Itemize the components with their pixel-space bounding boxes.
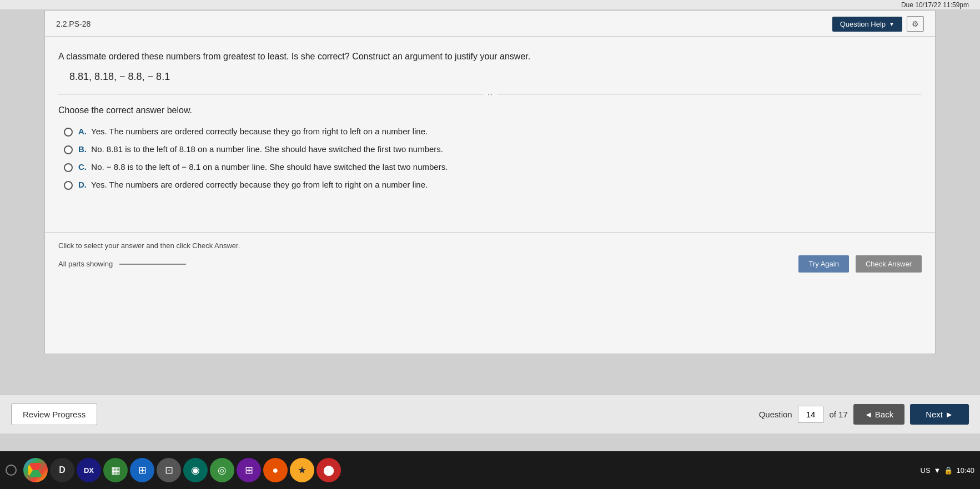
review-progress-button[interactable]: Review Progress xyxy=(11,404,97,425)
settings-button[interactable]: ⚙ xyxy=(907,16,924,32)
option-b[interactable]: B. No. 8.81 is to the left of 8.18 on a … xyxy=(64,144,922,154)
gray-app-icon[interactable]: ⊡ xyxy=(157,458,181,482)
numbers-display: 8.81, 8.18, − 8.8, − 8.1 xyxy=(69,71,922,83)
current-question-number: 14 xyxy=(798,406,824,423)
radio-d[interactable] xyxy=(64,181,73,190)
check-answer-button[interactable]: Check Answer xyxy=(856,255,922,273)
all-parts-label: All parts showing xyxy=(58,260,113,268)
click-instruction: Click to select your answer and then cli… xyxy=(58,241,922,250)
due-date: Due 10/17/22 11:59pm xyxy=(901,1,969,9)
option-d[interactable]: D. Yes. The numbers are ordered correctl… xyxy=(64,180,922,190)
dropdown-arrow-icon: ▼ xyxy=(889,21,894,27)
orange-app-icon[interactable]: ● xyxy=(263,458,288,482)
choose-label: Choose the correct answer below. xyxy=(58,105,922,115)
question-help-button[interactable]: Question Help ▼ xyxy=(832,17,902,32)
parts-showing: All parts showing xyxy=(58,260,186,268)
option-c-letter: C. xyxy=(78,162,87,172)
option-b-letter: B. xyxy=(78,144,87,154)
parts-line xyxy=(119,264,186,265)
option-b-text: B. No. 8.81 is to the left of 8.18 on a … xyxy=(78,144,443,154)
taskbar-circle xyxy=(6,465,17,476)
red-app-icon[interactable]: ⬤ xyxy=(316,458,341,482)
question-label: Question xyxy=(759,410,792,419)
radio-c[interactable] xyxy=(64,163,73,172)
yellow-app-icon[interactable]: ★ xyxy=(290,458,314,482)
option-d-letter: D. xyxy=(78,180,87,189)
taskbar-right: US ▼ 🔒 10:40 xyxy=(921,466,974,475)
chrome-icon[interactable] xyxy=(23,458,48,482)
divider: ··· xyxy=(58,94,922,94)
clock: 10:40 xyxy=(956,466,974,475)
dx-icon[interactable]: DX xyxy=(77,458,101,482)
option-a[interactable]: A. Yes. The numbers are ordered correctl… xyxy=(64,127,922,137)
option-d-text: D. Yes. The numbers are ordered correctl… xyxy=(78,180,428,189)
divider-dots: ··· xyxy=(483,91,497,98)
option-c-text: C. No. − 8.8 is to the left of − 8.1 on … xyxy=(78,162,448,172)
top-bar: Due 10/17/22 11:59pm xyxy=(0,0,980,10)
teal-app-icon[interactable]: ◉ xyxy=(183,458,208,482)
question-text: A classmate ordered these numbers from g… xyxy=(58,50,922,63)
network-icon: ▼ xyxy=(934,466,941,475)
radio-b[interactable] xyxy=(64,145,73,154)
gear-icon: ⚙ xyxy=(912,19,919,28)
option-a-letter: A. xyxy=(78,127,87,136)
question-header: 2.2.PS-28 Question Help ▼ ⚙ xyxy=(45,11,935,37)
parts-row: All parts showing Try Again Check Answer xyxy=(58,255,922,273)
next-button[interactable]: Next ► xyxy=(910,404,969,425)
footer-nav: Review Progress Question 14 of 17 ◄ Back… xyxy=(0,395,980,433)
chrome-svg xyxy=(28,463,43,477)
dictionary-icon[interactable]: D xyxy=(50,458,74,482)
try-again-button[interactable]: Try Again xyxy=(798,255,848,273)
option-c[interactable]: C. No. − 8.8 is to the left of − 8.1 on … xyxy=(64,162,922,172)
taskbar: D DX ▦ ⊞ ⊡ ◉ ◎ ⊞ ● ★ ⬤ US ▼ 🔒 10:40 xyxy=(0,451,980,489)
total-questions: of 17 xyxy=(829,410,847,419)
locale-indicator: US xyxy=(921,466,931,475)
purple-app-icon[interactable]: ⊞ xyxy=(237,458,261,482)
radio-a[interactable] xyxy=(64,128,73,137)
option-a-text: A. Yes. The numbers are ordered correctl… xyxy=(78,127,428,136)
green-app-icon[interactable]: ▦ xyxy=(103,458,128,482)
question-id: 2.2.PS-28 xyxy=(56,19,91,28)
question-body: A classmate ordered these numbers from g… xyxy=(45,37,935,199)
battery-icon: 🔒 xyxy=(944,466,953,475)
question-nav: Question 14 of 17 ◄ Back Next ► xyxy=(759,404,969,425)
bottom-instruction: Click to select your answer and then cli… xyxy=(45,232,935,277)
blue-app-icon[interactable]: ⊞ xyxy=(130,458,154,482)
header-right: Question Help ▼ ⚙ xyxy=(832,16,924,32)
answer-options: A. Yes. The numbers are ordered correctl… xyxy=(64,127,922,190)
back-button[interactable]: ◄ Back xyxy=(853,404,904,425)
main-content: 2.2.PS-28 Question Help ▼ ⚙ A classmate … xyxy=(44,10,936,354)
question-help-label: Question Help xyxy=(840,20,886,28)
action-buttons: Try Again Check Answer xyxy=(798,255,922,273)
green2-app-icon[interactable]: ◎ xyxy=(210,458,234,482)
